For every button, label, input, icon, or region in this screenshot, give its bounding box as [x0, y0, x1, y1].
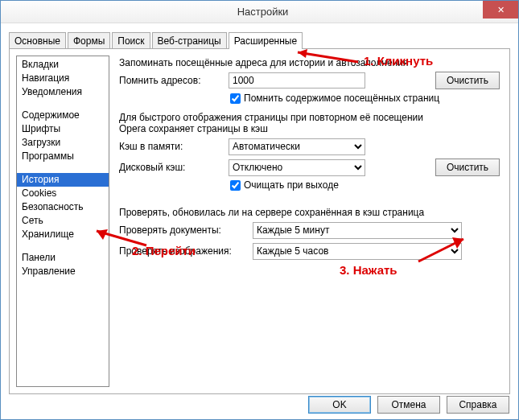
check-docs-label: Проверять документы: — [119, 224, 248, 236]
tab-strip: Основные Формы Поиск Веб-страницы Расшир… — [9, 31, 510, 48]
tab-поиск[interactable]: Поиск — [112, 32, 150, 49]
memcache-label: Кэш в памяти: — [119, 141, 224, 152]
check-imgs-label: Проверять изображения: — [119, 245, 248, 257]
help-button[interactable]: Справка — [447, 396, 509, 414]
tab-расширенные[interactable]: Расширенные — [229, 32, 303, 49]
check-heading: Проверять, обновилась ли на сервере сохр… — [119, 207, 500, 218]
history-heading: Запоминать посещённые адреса для истории… — [119, 57, 500, 68]
close-icon: ✕ — [497, 5, 505, 15]
remember-content-label: Помнить содержимое посещённых страниц — [244, 93, 439, 104]
titlebar: Настройки ✕ — [1, 1, 518, 23]
dialog-footer: OK Отмена Справка — [308, 396, 509, 414]
sidebar-item-управление[interactable]: Управление — [17, 265, 109, 278]
cache-desc: Для быстрого отображения страницы при по… — [119, 112, 500, 134]
main-panel: Запоминать посещённые адреса для истории… — [109, 56, 503, 387]
check-imgs-select[interactable]: Каждые 5 часов — [253, 243, 462, 260]
tab-основные[interactable]: Основные — [9, 32, 66, 49]
window-title: Настройки — [7, 6, 518, 18]
ok-button[interactable]: OK — [308, 396, 371, 414]
cancel-button[interactable]: Отмена — [377, 396, 440, 414]
sidebar-item-панели[interactable]: Панели — [17, 251, 109, 265]
sidebar-item-уведомления[interactable]: Уведомления — [17, 85, 109, 99]
diskcache-select[interactable]: Отключено — [229, 159, 365, 176]
sidebar-item-программы[interactable]: Программы — [17, 150, 109, 163]
clear-on-exit-label: Очищать при выходе — [244, 179, 339, 191]
tab-формы[interactable]: Формы — [68, 32, 110, 49]
sidebar-item-история[interactable]: История — [17, 173, 109, 187]
sidebar-item-cookies[interactable]: Cookies — [17, 187, 109, 200]
sidebar-item-шрифты[interactable]: Шрифты — [17, 122, 109, 136]
clear-cache-button[interactable]: Очистить — [435, 159, 500, 176]
remember-label: Помнить адресов: — [119, 75, 224, 86]
sidebar-item-безопасность[interactable]: Безопасность — [17, 200, 109, 214]
close-button[interactable]: ✕ — [483, 1, 518, 19]
sidebar-item-содержимое[interactable]: Содержимое — [17, 109, 109, 122]
remember-content-checkbox[interactable] — [230, 93, 241, 104]
clear-on-exit-checkbox[interactable] — [230, 180, 241, 191]
sidebar-item-хранилище[interactable]: Хранилище — [17, 228, 109, 241]
tab-body: Вкладки Навигация Уведомления Содержимое… — [9, 48, 510, 394]
memcache-select[interactable]: Автоматически — [229, 138, 365, 155]
settings-sidebar: Вкладки Навигация Уведомления Содержимое… — [16, 56, 109, 387]
sidebar-item-сеть[interactable]: Сеть — [17, 214, 109, 228]
sidebar-item-вкладки[interactable]: Вкладки — [17, 58, 109, 72]
diskcache-label: Дисковый кэш: — [119, 162, 224, 173]
clear-history-button[interactable]: Очистить — [435, 72, 500, 89]
remember-addresses-input[interactable] — [229, 72, 365, 89]
tab-веб-страницы[interactable]: Веб-страницы — [152, 32, 227, 49]
sidebar-item-загрузки[interactable]: Загрузки — [17, 136, 109, 150]
check-docs-select[interactable]: Каждые 5 минут — [253, 222, 462, 239]
sidebar-item-навигация[interactable]: Навигация — [17, 72, 109, 85]
